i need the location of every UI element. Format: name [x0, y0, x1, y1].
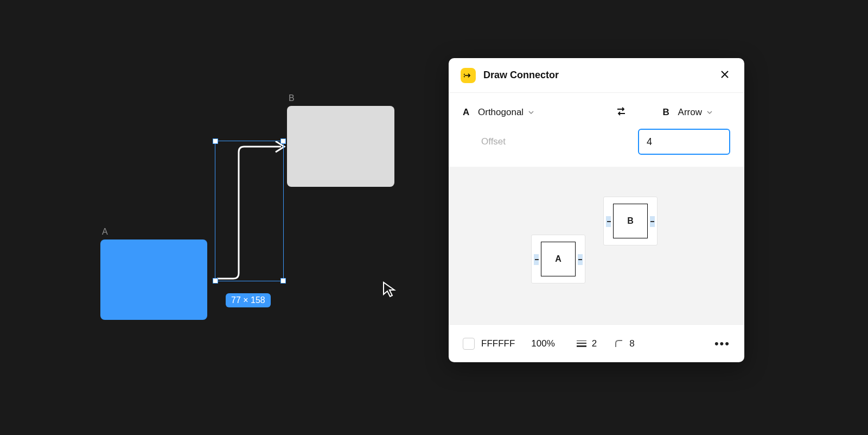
corner-radius-icon [614, 339, 624, 349]
endpoint-a-label: A [463, 107, 471, 118]
node-b[interactable] [287, 106, 394, 187]
preview-node-a-box: A [541, 242, 576, 276]
more-options-button[interactable]: ••• [714, 337, 730, 351]
corner-radius-value: 8 [629, 338, 634, 349]
endpoint-b-type-value: Arrow [678, 107, 702, 118]
chevron-down-icon [528, 109, 534, 116]
stroke-opacity-value: 100% [531, 338, 554, 349]
node-b-label: B [289, 93, 295, 103]
color-swatch [463, 338, 475, 350]
endpoint-a-type-dropdown[interactable]: Orthogonal [478, 105, 534, 120]
swap-icon [615, 105, 628, 118]
corner-radius-control[interactable]: 8 [614, 338, 634, 349]
stroke-color-hex: FFFFFF [481, 338, 515, 349]
offset-label: Offset [481, 136, 506, 147]
endpoint-b-label: B [663, 107, 672, 118]
ellipsis-icon: ••• [714, 337, 730, 350]
draw-connector-panel: Draw Connector A Orthogonal B Arrow Offs… [449, 58, 744, 362]
preview-area: A B [449, 167, 744, 324]
selection-handle-bl[interactable] [213, 278, 218, 283]
endpoints-row: A Orthogonal B Arrow [449, 93, 744, 129]
preview-node-b-anchor-picker[interactable]: B [603, 197, 658, 245]
preview-node-b-box: B [613, 204, 648, 238]
panel-header: Draw Connector [449, 58, 744, 93]
plugin-icon [461, 68, 476, 83]
endpoint-b-type-dropdown[interactable]: Arrow [678, 105, 713, 120]
node-a-label: A [102, 227, 108, 237]
panel-footer: FFFFFF 100% 2 8 ••• [449, 324, 744, 362]
stroke-width-value: 2 [592, 338, 597, 349]
cursor-icon [382, 281, 396, 298]
selection-handle-tl[interactable] [213, 138, 218, 144]
panel-title: Draw Connector [483, 70, 717, 81]
chevron-down-icon [706, 109, 713, 116]
preview-node-a-anchor-picker[interactable]: A [531, 235, 585, 283]
offset-input[interactable] [638, 129, 730, 155]
selection-box[interactable] [215, 141, 284, 281]
stroke-width-icon [577, 341, 586, 347]
selection-size-badge: 77 × 158 [226, 293, 271, 307]
swap-endpoints-button[interactable] [612, 103, 630, 122]
selection-handle-tr[interactable] [280, 138, 286, 144]
stroke-color-control[interactable]: FFFFFF [463, 338, 515, 350]
selection-handle-br[interactable] [280, 278, 286, 283]
stroke-opacity-control[interactable]: 100% [531, 338, 554, 349]
offset-row: Offset [449, 129, 744, 167]
node-a[interactable] [100, 239, 207, 320]
close-icon [719, 69, 730, 80]
close-button[interactable] [717, 67, 732, 84]
stroke-width-control[interactable]: 2 [577, 338, 597, 349]
endpoint-a-type-value: Orthogonal [478, 107, 524, 118]
